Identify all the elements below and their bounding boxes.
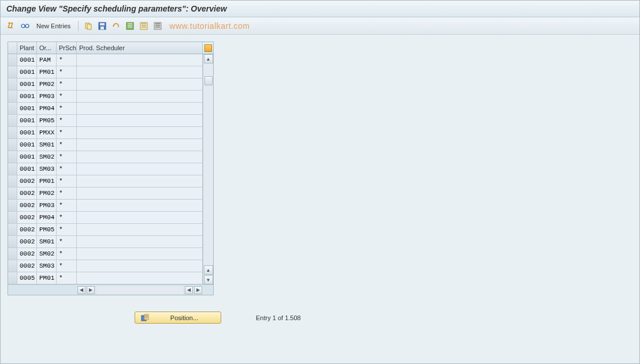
cell-or[interactable]: PAM: [37, 54, 57, 66]
row-selector[interactable]: [8, 115, 17, 127]
cell-or[interactable]: PM02: [37, 187, 57, 200]
toggle-button[interactable]: [5, 20, 17, 32]
table-row[interactable]: 0001SM03*: [8, 163, 203, 175]
table-row[interactable]: 0001PM02*: [8, 78, 203, 91]
table-row[interactable]: 0002SM03*: [8, 260, 203, 272]
cell-prsch[interactable]: *: [57, 260, 77, 272]
cell-prod[interactable]: [77, 54, 203, 66]
cell-or[interactable]: SM02: [37, 151, 57, 163]
cell-plant[interactable]: 0002: [17, 260, 37, 272]
cell-plant[interactable]: 0001: [17, 151, 37, 163]
cell-prod[interactable]: [77, 163, 203, 175]
cell-plant[interactable]: 0001: [17, 163, 37, 175]
cell-prod[interactable]: [77, 151, 203, 163]
cell-prod[interactable]: [77, 127, 203, 139]
cell-prsch[interactable]: *: [57, 66, 77, 78]
cell-prsch[interactable]: *: [57, 175, 77, 187]
cell-or[interactable]: PM04: [37, 103, 57, 115]
cell-plant[interactable]: 0002: [17, 224, 37, 236]
cell-plant[interactable]: 0005: [17, 272, 37, 284]
cell-prod[interactable]: [77, 224, 203, 236]
cell-or[interactable]: PM04: [37, 212, 57, 224]
row-selector[interactable]: [8, 163, 17, 175]
cell-or[interactable]: PM03: [37, 91, 57, 103]
column-select[interactable]: [8, 42, 17, 54]
cell-plant[interactable]: 0002: [17, 175, 37, 187]
cell-plant[interactable]: 0001: [17, 54, 37, 66]
row-selector[interactable]: [8, 212, 17, 224]
table-row[interactable]: 0002PM03*: [8, 200, 203, 212]
cell-plant[interactable]: 0002: [17, 248, 37, 260]
cell-plant[interactable]: 0001: [17, 103, 37, 115]
glasses-button[interactable]: [19, 20, 31, 32]
column-prod[interactable]: Prod. Scheduler: [77, 42, 203, 54]
table-row[interactable]: 0001PM01*: [8, 66, 203, 78]
table-row[interactable]: 0001PM03*: [8, 91, 203, 103]
cell-or[interactable]: PM05: [37, 224, 57, 236]
table-row[interactable]: 0002PM01*: [8, 175, 203, 187]
cell-prod[interactable]: [77, 248, 203, 260]
cell-plant[interactable]: 0001: [17, 66, 37, 78]
cell-or[interactable]: PMXX: [37, 127, 57, 139]
table-row[interactable]: 0002PM02*: [8, 187, 203, 200]
cell-plant[interactable]: 0001: [17, 91, 37, 103]
cell-prsch[interactable]: *: [57, 115, 77, 127]
table-row[interactable]: 0001PM05*: [8, 115, 203, 127]
row-selector[interactable]: [8, 236, 17, 248]
row-selector[interactable]: [8, 54, 17, 66]
cell-plant[interactable]: 0001: [17, 115, 37, 127]
cell-or[interactable]: PM01: [37, 66, 57, 78]
scroll-bottom-button[interactable]: ▼: [204, 275, 213, 284]
cell-prod[interactable]: [77, 139, 203, 151]
row-selector[interactable]: [8, 139, 17, 151]
cell-or[interactable]: SM03: [37, 163, 57, 175]
cell-prod[interactable]: [77, 115, 203, 127]
cell-or[interactable]: SM01: [37, 139, 57, 151]
table-row[interactable]: 0002SM01*: [8, 236, 203, 248]
hscroll-rightend-button[interactable]: ▶: [194, 286, 202, 294]
table-row[interactable]: 0001PMXX*: [8, 127, 203, 139]
cell-prod[interactable]: [77, 66, 203, 78]
cell-or[interactable]: PM05: [37, 115, 57, 127]
hscroll-leftend-button[interactable]: ◀: [185, 286, 193, 294]
cell-prsch[interactable]: *: [57, 224, 77, 236]
cell-prod[interactable]: [77, 212, 203, 224]
table-row[interactable]: 0001SM01*: [8, 139, 203, 151]
hscroll-track[interactable]: [96, 286, 183, 294]
cell-plant[interactable]: 0001: [17, 78, 37, 91]
table-row[interactable]: 0001SM02*: [8, 151, 203, 163]
new-entries-button[interactable]: New Entries: [33, 22, 74, 29]
row-selector[interactable]: [8, 260, 17, 272]
cell-plant[interactable]: 0002: [17, 212, 37, 224]
cell-plant[interactable]: 0002: [17, 187, 37, 200]
table-row[interactable]: 0005PM01*: [8, 272, 203, 284]
save-button[interactable]: [96, 20, 108, 32]
cell-or[interactable]: PM02: [37, 78, 57, 91]
table-row[interactable]: 0001PAM*: [8, 54, 203, 66]
cell-plant[interactable]: 0001: [17, 139, 37, 151]
column-plant[interactable]: Plant: [17, 42, 37, 54]
scroll-up-button[interactable]: ▲: [204, 54, 213, 63]
column-config-button[interactable]: [203, 42, 213, 54]
cell-or[interactable]: SM03: [37, 260, 57, 272]
cell-plant[interactable]: 0002: [17, 236, 37, 248]
cell-prsch[interactable]: *: [57, 248, 77, 260]
cell-prsch[interactable]: *: [57, 91, 77, 103]
row-selector[interactable]: [8, 103, 17, 115]
cell-prsch[interactable]: *: [57, 187, 77, 200]
cell-prod[interactable]: [77, 187, 203, 200]
cell-prsch[interactable]: *: [57, 212, 77, 224]
cell-prod[interactable]: [77, 175, 203, 187]
cell-prsch[interactable]: *: [57, 151, 77, 163]
cell-prsch[interactable]: *: [57, 272, 77, 284]
row-selector[interactable]: [8, 272, 17, 284]
scroll-track[interactable]: [204, 63, 213, 265]
row-selector[interactable]: [8, 127, 17, 139]
scroll-thumb[interactable]: [204, 76, 213, 85]
cell-prod[interactable]: [77, 103, 203, 115]
cell-prsch[interactable]: *: [57, 103, 77, 115]
row-selector[interactable]: [8, 200, 17, 212]
cell-prsch[interactable]: *: [57, 127, 77, 139]
cell-prsch[interactable]: *: [57, 139, 77, 151]
cell-prod[interactable]: [77, 200, 203, 212]
